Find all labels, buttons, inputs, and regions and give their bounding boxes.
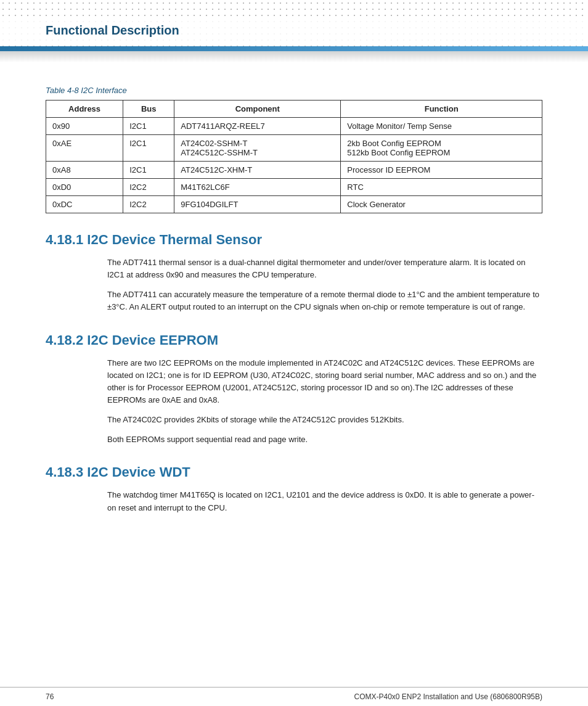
- content-area: Table 4-8 I2C Interface Address Bus Comp…: [0, 68, 588, 583]
- gray-stripe: [0, 51, 588, 62]
- page-number: 76: [46, 692, 54, 701]
- cell-2-1: I2C1: [123, 162, 174, 179]
- para-4182-1: The AT24C02C provides 2Kbits of storage …: [107, 414, 542, 426]
- table-row: 0xA8I2C1AT24C512C-XHM-T Processor ID EEP…: [46, 162, 542, 179]
- cell-3-3: RTC: [341, 179, 542, 196]
- cell-0-0: 0x90: [46, 118, 123, 135]
- header-title-bar: Functional Description: [0, 18, 588, 43]
- cell-4-3: Clock Generator: [341, 196, 542, 213]
- cell-0-3: Voltage Monitor/ Temp Sense: [341, 118, 542, 135]
- cell-2-2: AT24C512C-XHM-T: [174, 162, 341, 179]
- table-row: 0xD0I2C2M41T62LC6FRTC: [46, 179, 542, 196]
- cell-4-0: 0xDC: [46, 196, 123, 213]
- dot-pattern: Functional Description: [0, 0, 588, 46]
- table-header-row: Address Bus Component Function: [46, 101, 542, 118]
- para-4182-2: Both EEPROMs support sequential read and…: [107, 433, 542, 446]
- section-heading-4183: 4.18.3 I2C Device WDT: [46, 464, 542, 480]
- page-wrapper: Functional Description Table 4-8 I2C Int…: [0, 0, 588, 706]
- col-function: Function: [341, 101, 542, 118]
- sections-container: 4.18.1 I2C Device Thermal SensorThe ADT7…: [46, 232, 542, 514]
- doc-title: COMX-P40x0 ENP2 Installation and Use (68…: [354, 692, 543, 701]
- cell-3-1: I2C2: [123, 179, 174, 196]
- page-title: Functional Description: [46, 23, 179, 37]
- main-content: Table 4-8 I2C Interface Address Bus Comp…: [0, 68, 588, 546]
- blue-bar: [0, 46, 588, 51]
- col-bus: Bus: [123, 101, 174, 118]
- table-row: 0x90I2C1ADT7411ARQZ-REEL7Voltage Monitor…: [46, 118, 542, 135]
- cell-4-2: 9FG104DGILFT: [174, 196, 341, 213]
- footer: 76 COMX-P40x0 ENP2 Installation and Use …: [0, 687, 588, 706]
- col-address: Address: [46, 101, 123, 118]
- para-4181-1: The ADT7411 can accurately measure the t…: [107, 289, 542, 313]
- cell-3-2: M41T62LC6F: [174, 179, 341, 196]
- cell-1-2: AT24C02-SSHM-T AT24C512C-SSHM-T: [174, 135, 341, 162]
- para-4182-0: There are two I2C EEPROMs on the module …: [107, 357, 542, 407]
- cell-0-1: I2C1: [123, 118, 174, 135]
- cell-2-0: 0xA8: [46, 162, 123, 179]
- col-component: Component: [174, 101, 341, 118]
- cell-3-0: 0xD0: [46, 179, 123, 196]
- cell-0-2: ADT7411ARQZ-REEL7: [174, 118, 341, 135]
- para-4183-0: The watchdog timer M41T65Q is located on…: [107, 489, 542, 514]
- table-caption: Table 4-8 I2C Interface: [46, 86, 542, 95]
- para-4181-0: The ADT7411 thermal sensor is a dual-cha…: [107, 257, 542, 281]
- cell-2-3: Processor ID EEPROM: [341, 162, 542, 179]
- cell-1-0: 0xAE: [46, 135, 123, 162]
- table-row: 0xDCI2C29FG104DGILFTClock Generator: [46, 196, 542, 213]
- cell-4-1: I2C2: [123, 196, 174, 213]
- cell-1-1: I2C1: [123, 135, 174, 162]
- header-section: Functional Description: [0, 0, 588, 62]
- section-heading-4182: 4.18.2 I2C Device EEPROM: [46, 332, 542, 348]
- section-heading-4181: 4.18.1 I2C Device Thermal Sensor: [46, 232, 542, 248]
- i2c-table: Address Bus Component Function 0x90I2C1A…: [46, 100, 542, 213]
- table-row: 0xAEI2C1AT24C02-SSHM-T AT24C512C-SSHM-T …: [46, 135, 542, 162]
- cell-1-3: 2kb Boot Config EEPROM 512kb Boot Config…: [341, 135, 542, 162]
